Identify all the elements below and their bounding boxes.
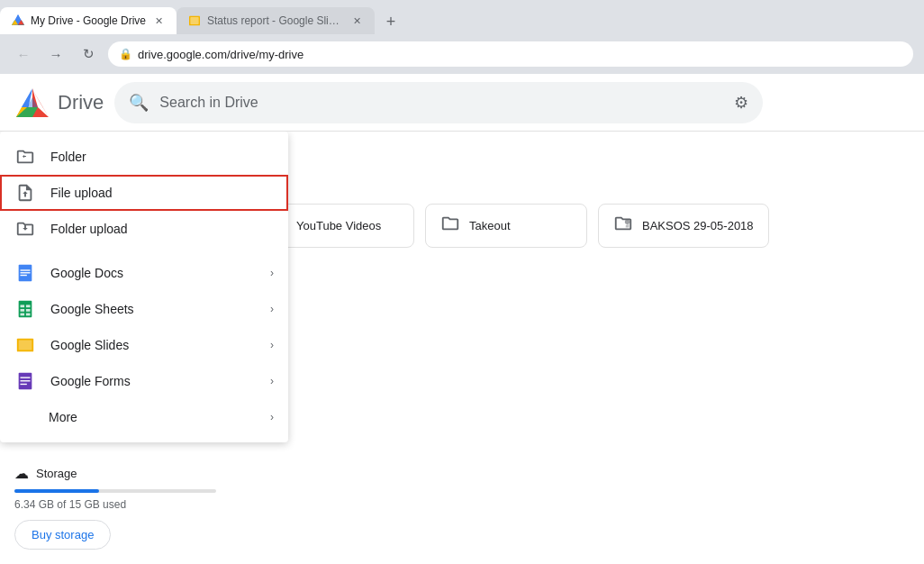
- cloud-icon: ☁: [14, 465, 29, 482]
- back-button[interactable]: ←: [11, 41, 36, 67]
- drive-app-name: Drive: [58, 91, 104, 114]
- storage-bar-container: [14, 489, 216, 493]
- buy-storage-button[interactable]: Buy storage: [14, 520, 111, 550]
- svg-rect-39: [21, 380, 31, 381]
- forward-button[interactable]: →: [43, 41, 68, 67]
- tab-close-my-drive[interactable]: ✕: [151, 14, 166, 28]
- svg-rect-26: [21, 272, 31, 273]
- storage-used-text: 6.34 GB of 15 GB used: [14, 498, 216, 511]
- folder-baksos[interactable]: BAKSOS 29-05-2018: [598, 204, 769, 248]
- menu-item-more[interactable]: More ›: [0, 399, 288, 435]
- slides-icon: [14, 334, 36, 356]
- content-area: Folder File upload Folder upload: [0, 132, 924, 564]
- storage-bar: [14, 489, 99, 493]
- folder-name-baksos: BAKSOS 29-05-2018: [642, 219, 754, 232]
- menu-item-google-slides[interactable]: Google Slides ›: [0, 327, 288, 363]
- forms-arrow-icon: ›: [270, 375, 274, 387]
- folder-name-youtube: YouTube Videos: [296, 219, 381, 232]
- svg-rect-27: [21, 275, 27, 276]
- storage-label: ☁ Storage: [14, 465, 216, 482]
- more-icon: [14, 406, 34, 428]
- svg-rect-29: [21, 305, 25, 307]
- menu-item-file-upload[interactable]: File upload: [0, 175, 288, 211]
- drive-logo: Drive: [14, 87, 104, 118]
- folder-upload-icon: [14, 218, 36, 240]
- folder-icon-takeout: [440, 214, 460, 238]
- menu-item-folder[interactable]: Folder: [0, 139, 288, 175]
- docs-arrow-icon: ›: [270, 267, 274, 279]
- svg-rect-33: [21, 314, 25, 316]
- folder-new-icon: [14, 146, 36, 168]
- tab-close-slides[interactable]: ✕: [349, 14, 364, 28]
- search-icon: 🔍: [129, 93, 149, 113]
- folders-row: YouTube Videos Takeout BAKSOS 29-05-2018: [231, 132, 924, 262]
- menu-item-folder-label: Folder: [50, 150, 274, 164]
- storage-title: Storage: [36, 467, 77, 480]
- svg-rect-34: [26, 314, 31, 316]
- lock-icon: 🔒: [119, 48, 132, 60]
- google-drive-app: Drive 🔍 Search in Drive ⚙ Folder: [0, 74, 924, 564]
- folder-name-takeout: Takeout: [469, 219, 511, 232]
- sidebar: Folder File upload Folder upload: [0, 132, 231, 564]
- search-filter-icon[interactable]: ⚙: [734, 93, 748, 113]
- url-bar[interactable]: 🔒 drive.google.com/drive/my-drive: [108, 41, 913, 67]
- menu-item-forms-label: Google Forms: [50, 374, 256, 388]
- slides-arrow-icon: ›: [270, 339, 274, 351]
- svg-rect-31: [21, 309, 25, 312]
- menu-item-sheets-label: Google Sheets: [50, 302, 256, 316]
- menu-item-slides-label: Google Slides: [50, 338, 256, 352]
- url-text: drive.google.com/drive/my-drive: [138, 48, 303, 61]
- menu-item-folder-upload-label: Folder upload: [50, 222, 274, 236]
- svg-rect-25: [21, 269, 31, 270]
- search-bar[interactable]: 🔍 Search in Drive ⚙: [114, 82, 763, 123]
- svg-rect-30: [26, 305, 31, 307]
- tab-bar: My Drive - Google Drive ✕ Status report …: [0, 0, 924, 34]
- menu-divider-1: [0, 250, 288, 251]
- tab-my-drive[interactable]: My Drive - Google Drive ✕: [0, 7, 177, 34]
- folder-takeout[interactable]: Takeout: [425, 204, 587, 248]
- folder-icon-baksos: [613, 214, 633, 238]
- browser-chrome: My Drive - Google Drive ✕ Status report …: [0, 0, 924, 74]
- storage-section: ☁ Storage 6.34 GB of 15 GB used Buy stor…: [0, 454, 231, 564]
- menu-item-google-docs[interactable]: Google Docs ›: [0, 255, 288, 291]
- tab-slides[interactable]: Status report - Google Slides ✕: [177, 7, 375, 34]
- address-bar: ← → ↻ 🔒 drive.google.com/drive/my-drive: [0, 34, 924, 74]
- drive-logo-icon: [14, 87, 50, 118]
- new-dropdown-menu: Folder File upload Folder upload: [0, 132, 288, 442]
- menu-item-file-upload-label: File upload: [50, 186, 274, 200]
- menu-item-google-forms[interactable]: Google Forms ›: [0, 363, 288, 399]
- svg-rect-36: [19, 341, 32, 350]
- svg-rect-38: [21, 377, 31, 378]
- sheets-icon: [14, 298, 36, 320]
- file-upload-icon: [14, 182, 36, 204]
- app-header: Drive 🔍 Search in Drive ⚙: [0, 74, 924, 132]
- menu-item-folder-upload[interactable]: Folder upload: [0, 211, 288, 247]
- main-content: YouTube Videos Takeout BAKSOS 29-05-2018: [231, 132, 924, 564]
- menu-item-more-label: More: [49, 410, 256, 424]
- drive-favicon: [11, 14, 25, 28]
- reload-button[interactable]: ↻: [76, 41, 101, 67]
- more-arrow-icon: ›: [270, 411, 274, 423]
- slides-favicon: [187, 14, 202, 28]
- svg-rect-11: [190, 17, 198, 24]
- sheets-arrow-icon: ›: [270, 303, 274, 315]
- search-placeholder: Search in Drive: [159, 95, 258, 111]
- menu-item-docs-label: Google Docs: [50, 266, 256, 280]
- svg-rect-32: [26, 309, 31, 312]
- svg-point-41: [625, 219, 630, 224]
- tab-title-slides: Status report - Google Slides: [207, 14, 344, 27]
- docs-icon: [14, 262, 36, 284]
- new-tab-button[interactable]: +: [378, 9, 403, 34]
- tab-title-my-drive: My Drive - Google Drive: [31, 14, 146, 27]
- menu-item-google-sheets[interactable]: Google Sheets ›: [0, 291, 288, 327]
- forms-icon: [14, 370, 36, 392]
- svg-rect-40: [21, 384, 27, 385]
